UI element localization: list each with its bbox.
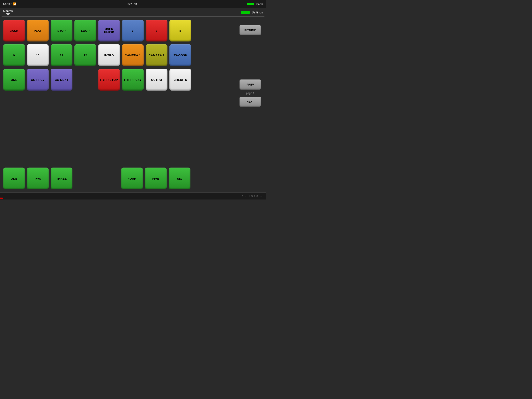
swoosh-button[interactable]: SWOOSH: [169, 44, 191, 66]
button-row-3: ONE CG PREV CG NEXT HYPR STOP HYPR PLAY …: [3, 69, 235, 90]
button-8[interactable]: 8: [169, 20, 191, 41]
button-row-1: BACK PLAY STOP LOOP USER PAUSE 6 7 8: [3, 20, 235, 41]
button-9[interactable]: 9: [3, 44, 25, 66]
stop-button[interactable]: STOP: [51, 20, 72, 41]
bottom-six-button[interactable]: SIX: [169, 167, 190, 189]
bottom-two-button[interactable]: TWO: [27, 167, 49, 189]
battery-green-icon: [241, 11, 250, 14]
outro-button[interactable]: OUTRO: [146, 69, 167, 90]
prev-button[interactable]: PREV: [240, 79, 261, 90]
user-pause-button[interactable]: USER PAUSE: [98, 20, 120, 41]
camera2-button[interactable]: CAMERA 2: [146, 44, 167, 66]
button-11[interactable]: 11: [51, 44, 72, 66]
battery-label: 100%: [256, 2, 263, 6]
one-button[interactable]: ONE: [3, 69, 25, 90]
next-button[interactable]: NEXT: [240, 97, 261, 107]
cg-next-button[interactable]: CG NEXT: [51, 69, 72, 90]
settings-label: Settings: [252, 11, 263, 14]
macros-label: Macros: [3, 9, 13, 13]
wifi-icon: 📶: [13, 2, 16, 6]
settings-button[interactable]: Settings: [241, 11, 263, 14]
progress-bar: [0, 198, 3, 199]
main-content: BACK PLAY STOP LOOP USER PAUSE 6 7 8 9 1…: [0, 17, 266, 193]
bottom-five-button[interactable]: FIVE: [145, 167, 167, 189]
intro-button[interactable]: INTRO: [98, 44, 120, 66]
page-label: page 1: [246, 91, 254, 95]
bottom-one-button[interactable]: ONE: [3, 167, 25, 189]
side-panel: RESUME PREV page 1 NEXT: [238, 20, 263, 189]
button-row-2: 9 10 11 12 INTRO CAMERA 1 CAMERA 2 SWOOS…: [3, 44, 235, 66]
triangle-icon: [6, 13, 10, 16]
bottom-three-button[interactable]: THREE: [51, 167, 72, 189]
loop-button[interactable]: LOOP: [74, 20, 96, 41]
buttons-area: BACK PLAY STOP LOOP USER PAUSE 6 7 8 9 1…: [3, 20, 235, 189]
button-6[interactable]: 6: [122, 20, 144, 41]
bottom-button-row: ONE TWO THREE FOUR FIVE SIX: [3, 167, 235, 189]
camera1-button[interactable]: CAMERA 1: [122, 44, 144, 66]
cg-prev-button[interactable]: CG PREV: [27, 69, 49, 90]
status-bar: Carrier 📶 8:27 PM 100%: [0, 0, 266, 8]
battery-icon: [247, 3, 254, 5]
macros-button[interactable]: Macros: [3, 9, 13, 16]
strata-logo: STRATA ~: [242, 194, 262, 198]
header: Macros Settings: [0, 8, 266, 16]
button-7[interactable]: 7: [146, 20, 167, 41]
resume-button[interactable]: RESUME: [240, 25, 261, 35]
button-10[interactable]: 10: [27, 44, 49, 66]
bottom-bar: STRATA ~: [0, 193, 266, 200]
status-time: 8:27 PM: [127, 2, 137, 6]
back-button[interactable]: BACK: [3, 20, 25, 41]
credits-button[interactable]: CREDITS: [169, 69, 191, 90]
status-right: 100%: [247, 2, 263, 6]
bottom-four-button[interactable]: FOUR: [121, 167, 143, 189]
flex-spacer: [3, 93, 235, 165]
button-12[interactable]: 12: [74, 44, 96, 66]
hypr-play-button[interactable]: HYPR PLAY: [122, 69, 144, 90]
status-left: Carrier 📶: [3, 2, 16, 6]
hypr-stop-button[interactable]: HYPR STOP: [98, 69, 120, 90]
carrier-label: Carrier: [3, 2, 12, 6]
play-button[interactable]: PLAY: [27, 20, 49, 41]
